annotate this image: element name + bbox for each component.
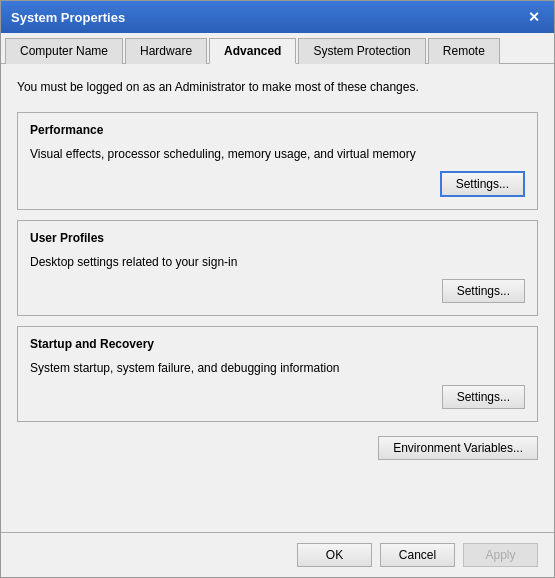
window-title: System Properties	[11, 10, 125, 25]
startup-recovery-btn-row: Settings...	[30, 385, 525, 409]
startup-recovery-section: Startup and Recovery System startup, sys…	[17, 326, 538, 422]
tab-advanced[interactable]: Advanced	[209, 38, 296, 64]
user-profiles-section: User Profiles Desktop settings related t…	[17, 220, 538, 316]
tab-computer-name[interactable]: Computer Name	[5, 38, 123, 64]
tab-system-protection[interactable]: System Protection	[298, 38, 425, 64]
env-btn-row: Environment Variables...	[17, 432, 538, 464]
content-area: You must be logged on as an Administrato…	[1, 64, 554, 532]
startup-recovery-desc: System startup, system failure, and debu…	[30, 361, 525, 375]
admin-notice: You must be logged on as an Administrato…	[17, 76, 538, 102]
performance-title: Performance	[30, 123, 525, 137]
bottom-bar: OK Cancel Apply	[1, 532, 554, 577]
startup-recovery-settings-button[interactable]: Settings...	[442, 385, 525, 409]
user-profiles-settings-button[interactable]: Settings...	[442, 279, 525, 303]
tab-hardware[interactable]: Hardware	[125, 38, 207, 64]
title-bar: System Properties ✕	[1, 1, 554, 33]
user-profiles-title: User Profiles	[30, 231, 525, 245]
ok-button[interactable]: OK	[297, 543, 372, 567]
performance-settings-button[interactable]: Settings...	[440, 171, 525, 197]
performance-section: Performance Visual effects, processor sc…	[17, 112, 538, 210]
close-button[interactable]: ✕	[524, 7, 544, 27]
user-profiles-btn-row: Settings...	[30, 279, 525, 303]
tab-bar: Computer Name Hardware Advanced System P…	[1, 33, 554, 64]
environment-variables-button[interactable]: Environment Variables...	[378, 436, 538, 460]
tab-remote[interactable]: Remote	[428, 38, 500, 64]
startup-recovery-title: Startup and Recovery	[30, 337, 525, 351]
cancel-button[interactable]: Cancel	[380, 543, 455, 567]
apply-button[interactable]: Apply	[463, 543, 538, 567]
system-properties-window: System Properties ✕ Computer Name Hardwa…	[0, 0, 555, 578]
performance-desc: Visual effects, processor scheduling, me…	[30, 147, 525, 161]
performance-btn-row: Settings...	[30, 171, 525, 197]
user-profiles-desc: Desktop settings related to your sign-in	[30, 255, 525, 269]
